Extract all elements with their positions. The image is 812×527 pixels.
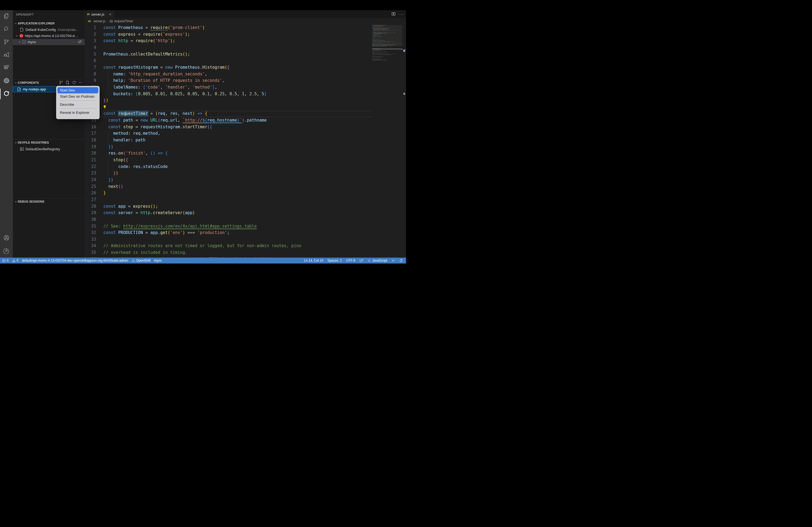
line-number: 19 <box>85 144 96 150</box>
swap-icon[interactable] <box>78 40 82 44</box>
breadcrumb-item[interactable]: JSserver.js <box>88 19 105 23</box>
menu-item-start-dev-on-podman[interactable]: Start Dev on Podman <box>57 93 98 100</box>
activity-settings[interactable] <box>0 245 13 258</box>
status-feedback-icon[interactable] <box>392 259 395 262</box>
tree-item-namespace[interactable]: myns <box>13 39 85 45</box>
activity-source-control[interactable] <box>0 36 13 49</box>
code-line-34: 34// Administrative routes are not timed… <box>85 243 406 249</box>
more-actions-icon[interactable]: ··· <box>399 12 404 16</box>
section-label: APPLICATION EXPLORER <box>18 22 55 25</box>
status-myns[interactable]: myns <box>154 259 162 262</box>
code-line-18: 18 handler: path <box>85 137 406 144</box>
status-0[interactable]: 0 <box>12 259 18 262</box>
line-number: 21 <box>85 157 96 163</box>
error-icon <box>2 259 6 262</box>
split-editor-icon[interactable] <box>392 12 395 17</box>
chevron-right-icon[interactable] <box>17 41 21 44</box>
section-actions <box>59 80 83 85</box>
line-number: 3 <box>85 37 96 44</box>
code-line-23: 23 }) <box>85 170 406 177</box>
new-component-icon[interactable] <box>66 80 70 85</box>
menu-item-start-dev[interactable]: Start Dev <box>57 87 98 93</box>
minimap-line: }); <box>372 61 402 61</box>
code-line-31: 31// See: http://expressjs.com/en/4x/api… <box>85 223 406 230</box>
line-number: 31 <box>85 223 96 230</box>
chevron-down-icon <box>13 200 18 203</box>
refresh-icon[interactable] <box>72 80 76 85</box>
search-icon <box>3 26 10 33</box>
status-0[interactable]: 0 <box>2 259 9 262</box>
svg-text:{}: {} <box>368 259 371 262</box>
activity-accounts[interactable] <box>0 232 13 245</box>
lightbulb-icon[interactable] <box>103 105 106 110</box>
activity-explorer[interactable] <box>0 10 13 23</box>
menu-item-describe[interactable]: Describe <box>57 102 98 108</box>
status-spaces-2[interactable]: Spaces: 2 <box>328 259 342 262</box>
bell-dot-icon <box>399 259 403 262</box>
breadcrumb-item[interactable]: requestTimer <box>110 19 133 23</box>
tree-item-registry[interactable]: DefaultDevfileRegistry <box>13 146 85 152</box>
code-line-12: 12}) <box>85 97 406 104</box>
file-icon <box>19 28 24 32</box>
status-utf-8[interactable]: UTF-8 <box>346 259 355 262</box>
ellipsis-icon[interactable] <box>78 80 83 85</box>
code-line-26: 26} <box>85 190 406 196</box>
section-header-application-explorer[interactable]: APPLICATION EXPLORER <box>13 20 85 26</box>
tree-item-kubeconfig[interactable]: Default KubeConfig/Users/pvala… <box>13 27 85 33</box>
section-header-components[interactable]: COMPONENTS <box>13 80 85 86</box>
code-line-4: 4 <box>85 44 406 51</box>
code-line-32: 32const PRODUCTION = app.get('env') === … <box>85 229 406 236</box>
tree-item-label: myns <box>28 40 36 44</box>
extensions-icon <box>3 64 10 72</box>
chevron-down-icon[interactable] <box>14 34 19 37</box>
status-lf[interactable]: LF <box>360 259 363 262</box>
code-line-25: 25 next() <box>85 183 406 190</box>
sidebar-openshift: OPENSHIFT APPLICATION EXPLORERDefault Ku… <box>13 10 85 258</box>
status-bell-dot-icon[interactable] <box>399 259 403 262</box>
line-number: 35 <box>85 249 96 256</box>
close-icon[interactable]: × <box>108 12 112 16</box>
activity-extensions[interactable] <box>0 62 13 75</box>
line-number: 18 <box>85 137 96 144</box>
line-number: 8 <box>85 71 96 77</box>
line-number: 6 <box>85 57 96 64</box>
line-number: 2 <box>85 31 96 38</box>
section-header-devfile-registries[interactable]: DEVFILE REGISTRIES <box>13 139 85 146</box>
code-editor[interactable]: 1const Prometheus = require('prom-client… <box>85 24 406 258</box>
code-line-22: 22 code: res.statusCode <box>85 163 406 170</box>
menu-separator <box>60 108 96 109</box>
line-number: 7 <box>85 64 96 71</box>
status-default-api-rhoms-4-13-032704-[interactable]: default/api-rhoms-4-13-032704-dev-opensh… <box>22 259 128 262</box>
code-line-17: 17 method: req.method, <box>85 130 406 137</box>
branch-icon[interactable] <box>59 80 63 85</box>
openshift-icon <box>3 90 10 98</box>
tree-item-label: Default KubeConfig <box>26 28 56 32</box>
registry-icon <box>19 147 24 151</box>
debug-icon <box>3 51 10 59</box>
code-line-9: 9 help: 'Duration of HTTP requests in se… <box>85 77 406 84</box>
minimap-slider[interactable] <box>372 25 402 46</box>
code-line-7: 7const requestHistogram = new Prometheus… <box>85 64 406 71</box>
activity-run-debug[interactable] <box>0 49 13 62</box>
activity-openshift[interactable] <box>0 88 13 100</box>
line-number: 26 <box>85 190 96 196</box>
gear-icon <box>3 247 10 255</box>
warning-icon <box>12 259 16 262</box>
code-line-8: 8 name: 'http_request_duration_seconds', <box>85 71 406 77</box>
status-ln-14-col-10[interactable]: Ln 14, Col 10 <box>304 259 323 262</box>
line-number: 23 <box>85 170 96 177</box>
code-line-33: 33 <box>85 236 406 243</box>
activity-kubernetes[interactable] <box>0 75 13 88</box>
js-icon: JS <box>88 20 92 22</box>
activity-search[interactable] <box>0 23 13 36</box>
tree-item-cluster[interactable]: https://api.rhoms-4.13-032704.d… <box>13 33 85 39</box>
menu-item-reveal-in-explorer[interactable]: Reveal in Explorer <box>57 109 98 116</box>
tab-server-js[interactable]: JS server.js × <box>85 10 114 18</box>
status-bar-left: 00default/api-rhoms-4-13-032704-dev-open… <box>0 259 162 262</box>
sidebar-title: OPENSHIFT <box>16 13 34 16</box>
status-openshift[interactable]: OpenShift <box>132 259 150 262</box>
tree-item-label: DefaultDevfileRegistry <box>26 147 60 151</box>
line-number: 24 <box>85 177 96 183</box>
section-header-debug-sessions[interactable]: DEBUG SESSIONS <box>13 199 85 205</box>
status-javascript[interactable]: {}JavaScript <box>367 259 387 262</box>
